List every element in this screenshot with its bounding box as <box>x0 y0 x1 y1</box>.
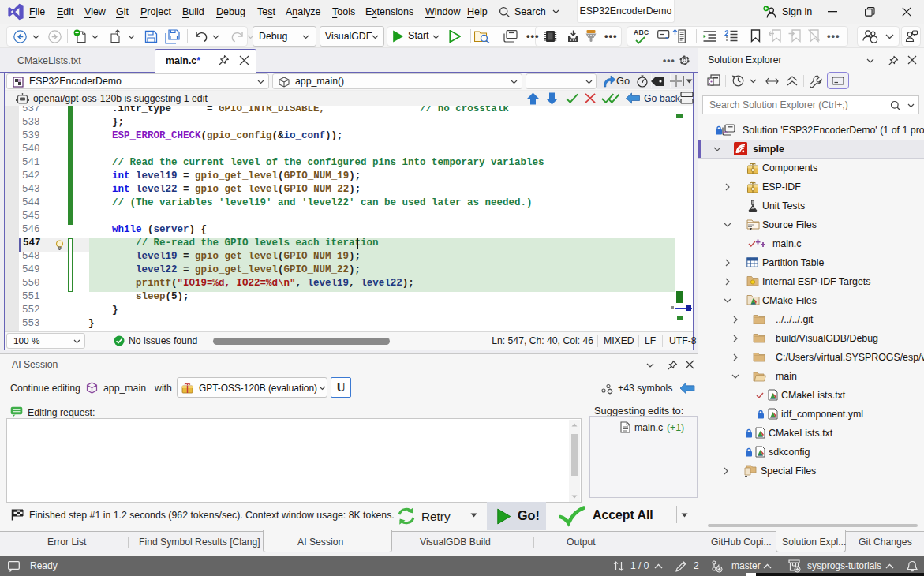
svg-text:∞: ∞ <box>723 129 728 136</box>
